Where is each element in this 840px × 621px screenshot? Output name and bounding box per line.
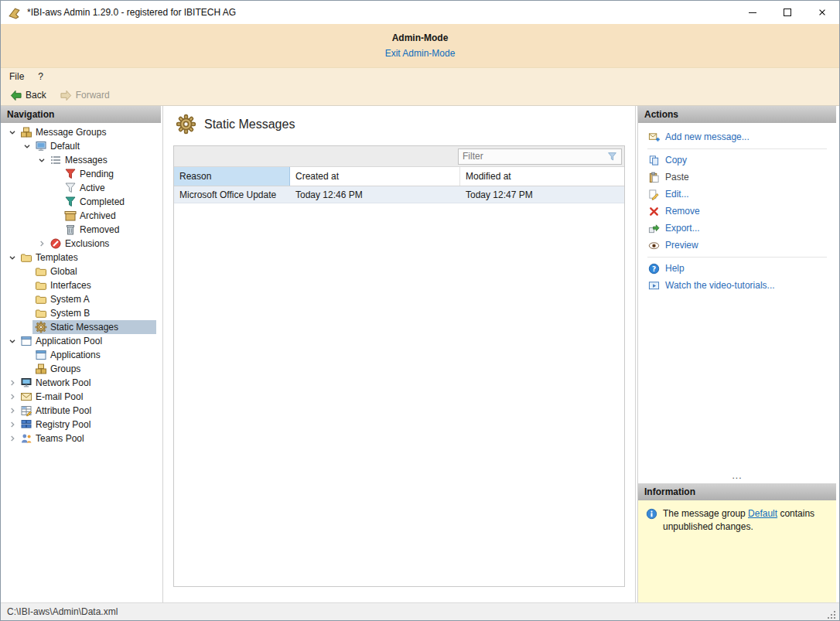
tree-item-attribute-pool[interactable]: Attribute Pool (1, 404, 161, 418)
tree-item-interfaces[interactable]: Interfaces (1, 278, 161, 292)
tree-item-network-pool[interactable]: Network Pool (1, 376, 161, 390)
tree-item-completed[interactable]: Completed (1, 195, 161, 209)
admin-mode-title: Admin-Mode (1, 32, 839, 43)
expander-closed-icon[interactable] (7, 391, 18, 402)
navigation-tree: Message Groups Default Messages Pending (1, 123, 161, 602)
tree-item-label: Pending (80, 169, 114, 179)
tree-item-static-messages[interactable]: Static Messages (1, 320, 161, 334)
tree-item-label: E-mail Pool (36, 391, 83, 402)
expander-closed-icon[interactable] (7, 433, 18, 444)
copy-icon (648, 155, 660, 166)
tree-item-label: Global (50, 266, 77, 277)
applications-icon (35, 349, 47, 361)
filter-input[interactable] (463, 151, 604, 162)
expander-open-icon[interactable] (36, 155, 47, 165)
column-header-created-at[interactable]: Created at (290, 167, 460, 186)
close-button[interactable] (804, 1, 839, 24)
expander-open-icon[interactable] (7, 336, 18, 346)
title-bar: *IBI-aws Admin 1.29.0 - registered for I… (1, 1, 839, 24)
expander-closed-icon[interactable] (7, 377, 18, 388)
tree-item-messages[interactable]: Messages (1, 153, 161, 167)
back-button[interactable]: Back (5, 87, 52, 104)
action-preview[interactable]: Preview (638, 237, 836, 254)
table-row[interactable]: Microsoft Office Update Today 12:46 PM T… (174, 186, 624, 203)
forward-label: Forward (76, 90, 110, 101)
tree-item-label: Application Pool (36, 336, 102, 346)
video-tutorials-icon (648, 280, 660, 292)
actions-more[interactable]: ... (638, 470, 836, 483)
tree-item-label: Active (80, 183, 105, 193)
action-watch-video-tutorials[interactable]: Watch the video-tutorials... (638, 277, 836, 294)
tree-item-teams-pool[interactable]: Teams Pool (1, 432, 161, 445)
pending-icon (64, 168, 77, 180)
expander-spacer (22, 308, 32, 319)
forward-button[interactable]: Forward (55, 87, 115, 104)
cell-reason: Microsoft Office Update (174, 186, 290, 203)
tree-item-applications[interactable]: Applications (1, 348, 161, 362)
registry-pool-icon (20, 418, 32, 431)
action-help[interactable]: ? Help (638, 260, 836, 277)
menu-bar: File ? (1, 67, 839, 85)
action-label: Edit... (665, 189, 689, 200)
tree-item-pending[interactable]: Pending (1, 167, 161, 181)
tree-item-label: Exclusions (65, 238, 109, 249)
action-edit[interactable]: Edit... (638, 186, 836, 203)
action-remove[interactable]: Remove (638, 203, 836, 220)
action-paste[interactable]: Paste (638, 169, 836, 186)
preview-eye-icon (648, 240, 660, 251)
filter-row (174, 146, 624, 167)
expander-spacer (22, 294, 32, 305)
tree-item-system-a[interactable]: System A (1, 292, 161, 306)
tree-item-archived[interactable]: Archived (1, 209, 161, 223)
action-label: Help (665, 263, 685, 274)
toolbar: Back Forward (1, 85, 839, 106)
column-header-reason[interactable]: Reason (174, 167, 290, 186)
tree-item-system-b[interactable]: System B (1, 306, 161, 320)
folder-icon (35, 293, 47, 305)
expander-closed-icon[interactable] (7, 405, 18, 416)
column-header-modified-at[interactable]: Modified at (460, 167, 624, 186)
tree-item-label: Applications (50, 350, 101, 360)
action-add-new-message[interactable]: Add new message... (638, 128, 836, 145)
tree-item-message-groups[interactable]: Message Groups (1, 125, 161, 139)
tree-item-label: Interfaces (50, 280, 91, 291)
tree-item-exclusions[interactable]: Exclusions (1, 237, 161, 251)
filter-funnel-icon[interactable] (607, 152, 617, 162)
expander-open-icon[interactable] (22, 141, 32, 152)
message-groups-icon (20, 126, 32, 138)
tree-item-email-pool[interactable]: E-mail Pool (1, 390, 161, 404)
tree-item-registry-pool[interactable]: Registry Pool (1, 418, 161, 432)
menu-help[interactable]: ? (31, 69, 50, 84)
menu-file[interactable]: File (2, 69, 31, 84)
minimize-button[interactable] (735, 1, 770, 24)
action-export[interactable]: Export... (638, 220, 836, 237)
cell-modified-at: Today 12:47 PM (460, 186, 624, 203)
expander-closed-icon[interactable] (7, 419, 18, 430)
back-label: Back (26, 90, 46, 101)
expander-open-icon[interactable] (7, 127, 18, 138)
resize-grip[interactable] (826, 609, 837, 620)
information-header: Information (638, 483, 836, 500)
tree-item-templates[interactable]: Templates (1, 251, 161, 264)
action-copy[interactable]: Copy (638, 152, 836, 169)
exit-admin-mode-link[interactable]: Exit Admin-Mode (385, 48, 456, 59)
expander-closed-icon[interactable] (36, 238, 47, 249)
expander-open-icon[interactable] (7, 252, 18, 263)
maximize-button[interactable] (770, 1, 804, 24)
default-group-link[interactable]: Default (748, 508, 777, 519)
tree-item-removed[interactable]: Removed (1, 223, 161, 237)
action-label: Paste (665, 172, 689, 183)
tree-item-application-pool[interactable]: Application Pool (1, 334, 161, 348)
tree-item-active[interactable]: Active (1, 181, 161, 195)
paste-icon (648, 172, 660, 183)
minimize-icon (749, 12, 756, 13)
tree-item-label: Completed (80, 196, 125, 207)
expander-spacer (51, 224, 62, 235)
active-icon (64, 182, 77, 194)
tree-item-label: Network Pool (36, 377, 90, 388)
tree-item-default[interactable]: Default (1, 139, 161, 153)
information-text-prefix: The message group (663, 508, 748, 519)
tree-item-global[interactable]: Global (1, 264, 161, 278)
tree-item-groups[interactable]: Groups (1, 362, 161, 376)
table-header-row: Reason Created at Modified at (174, 167, 624, 186)
